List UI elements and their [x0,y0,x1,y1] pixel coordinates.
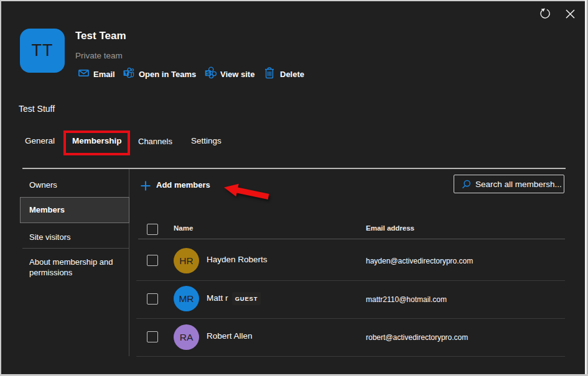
svg-text:S: S [206,70,210,76]
